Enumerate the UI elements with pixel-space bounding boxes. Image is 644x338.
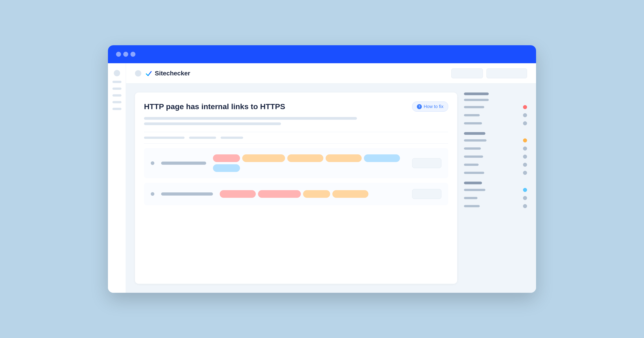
divider-1 bbox=[144, 132, 448, 132]
right-item bbox=[464, 169, 527, 176]
right-item bbox=[464, 104, 527, 111]
page-content: HTTP page has internal links to HTTPS ? … bbox=[126, 83, 536, 293]
description-lines bbox=[144, 117, 448, 125]
browser-body: Sitechecker HTTP page has internal links… bbox=[108, 63, 536, 293]
right-item bbox=[464, 161, 527, 168]
tag-orange-1 bbox=[242, 154, 285, 162]
right-dot-gray bbox=[523, 196, 527, 200]
tag-orange-3 bbox=[326, 154, 362, 162]
how-to-fix-icon: ? bbox=[417, 104, 422, 109]
right-dot-gray bbox=[523, 113, 527, 117]
right-dot-gray bbox=[523, 204, 527, 208]
right-item bbox=[464, 145, 527, 152]
issue-title-row: HTTP page has internal links to HTTPS ? … bbox=[144, 102, 448, 112]
right-item bbox=[464, 112, 527, 119]
right-item bbox=[464, 195, 527, 201]
desc-line-1 bbox=[144, 117, 357, 120]
tag-orange-4 bbox=[303, 190, 330, 198]
right-panel bbox=[464, 93, 527, 284]
right-bar bbox=[464, 139, 486, 142]
right-item bbox=[464, 120, 527, 127]
table-header-row bbox=[144, 137, 448, 139]
right-bar bbox=[464, 99, 489, 101]
main-content: Sitechecker HTTP page has internal links… bbox=[126, 63, 536, 293]
right-bar bbox=[464, 205, 480, 207]
sidebar-circle-1 bbox=[114, 70, 120, 76]
right-item bbox=[464, 137, 527, 144]
right-section-title-3 bbox=[464, 181, 482, 184]
tags-area-1 bbox=[213, 154, 405, 172]
sidebar-bar-3 bbox=[112, 94, 122, 97]
browser-dot-2 bbox=[123, 52, 128, 57]
tag-orange-5 bbox=[332, 190, 368, 198]
nav-button-2[interactable] bbox=[486, 68, 527, 78]
checkmark-icon bbox=[144, 69, 152, 77]
header-bar-2 bbox=[189, 137, 216, 139]
right-section-title-1 bbox=[464, 93, 489, 95]
browser-dots bbox=[116, 52, 136, 57]
logo-text: Sitechecker bbox=[155, 70, 190, 77]
table-row bbox=[144, 183, 448, 205]
sidebar-bar-5 bbox=[112, 108, 122, 110]
tag-blue-2 bbox=[213, 164, 240, 172]
desc-line-2 bbox=[144, 122, 281, 125]
table-row bbox=[144, 148, 448, 178]
right-bar bbox=[464, 197, 478, 199]
right-bar bbox=[464, 156, 483, 158]
logo-circle bbox=[135, 70, 141, 76]
right-section-3 bbox=[464, 181, 527, 209]
header-bar-3 bbox=[220, 137, 243, 139]
right-section-2-bars bbox=[464, 137, 527, 176]
logo-area: Sitechecker bbox=[135, 69, 190, 77]
right-section-3-bars bbox=[464, 186, 527, 209]
right-section-title-2 bbox=[464, 132, 485, 135]
right-bar bbox=[464, 189, 485, 191]
issue-title: HTTP page has internal links to HTTPS bbox=[144, 102, 285, 111]
logo-check: Sitechecker bbox=[144, 69, 190, 77]
right-dot-gray bbox=[523, 171, 527, 175]
browser-dot-1 bbox=[116, 52, 121, 57]
row-dot-1 bbox=[151, 161, 154, 165]
tag-pink-3 bbox=[258, 190, 301, 198]
right-dot-gray bbox=[523, 147, 527, 151]
how-to-fix-label: How to fix bbox=[424, 104, 444, 109]
right-bar bbox=[464, 147, 481, 150]
sidebar-bar-1 bbox=[112, 81, 122, 83]
browser-titlebar bbox=[108, 45, 536, 63]
right-item bbox=[464, 153, 527, 160]
right-dot-gray bbox=[523, 163, 527, 167]
tag-pink-2 bbox=[220, 190, 256, 198]
tag-orange-2 bbox=[287, 154, 323, 162]
how-to-fix-button[interactable]: ? How to fix bbox=[412, 102, 448, 112]
action-button-1[interactable] bbox=[412, 158, 442, 168]
nav-button-1[interactable] bbox=[451, 68, 483, 78]
action-button-2[interactable] bbox=[412, 189, 442, 199]
sidebar-bar-2 bbox=[112, 88, 122, 90]
right-bar bbox=[464, 172, 484, 174]
right-bar bbox=[464, 122, 482, 125]
right-dot-red bbox=[523, 105, 527, 109]
browser-dot-3 bbox=[130, 52, 136, 57]
right-bar bbox=[464, 164, 478, 166]
right-bar bbox=[464, 114, 480, 116]
right-item bbox=[464, 97, 527, 102]
tag-pink-1 bbox=[213, 154, 240, 162]
tag-blue-1 bbox=[364, 154, 400, 162]
top-nav: Sitechecker bbox=[126, 63, 536, 83]
header-bar-1 bbox=[144, 137, 184, 139]
tags-area-2 bbox=[220, 190, 405, 198]
row-dot-2 bbox=[151, 192, 154, 196]
right-dot-gray bbox=[523, 155, 527, 159]
sidebar bbox=[108, 63, 126, 293]
row-label-1 bbox=[161, 162, 206, 165]
divider-2 bbox=[144, 143, 448, 144]
nav-buttons bbox=[451, 68, 527, 78]
browser-window: Sitechecker HTTP page has internal links… bbox=[108, 45, 536, 293]
right-section-1 bbox=[464, 93, 527, 127]
center-panel: HTTP page has internal links to HTTPS ? … bbox=[135, 93, 457, 284]
right-dot-orange bbox=[523, 138, 527, 143]
right-dot-gray bbox=[523, 121, 527, 125]
sidebar-bar-4 bbox=[112, 101, 122, 103]
right-item bbox=[464, 203, 527, 209]
right-item bbox=[464, 186, 527, 193]
